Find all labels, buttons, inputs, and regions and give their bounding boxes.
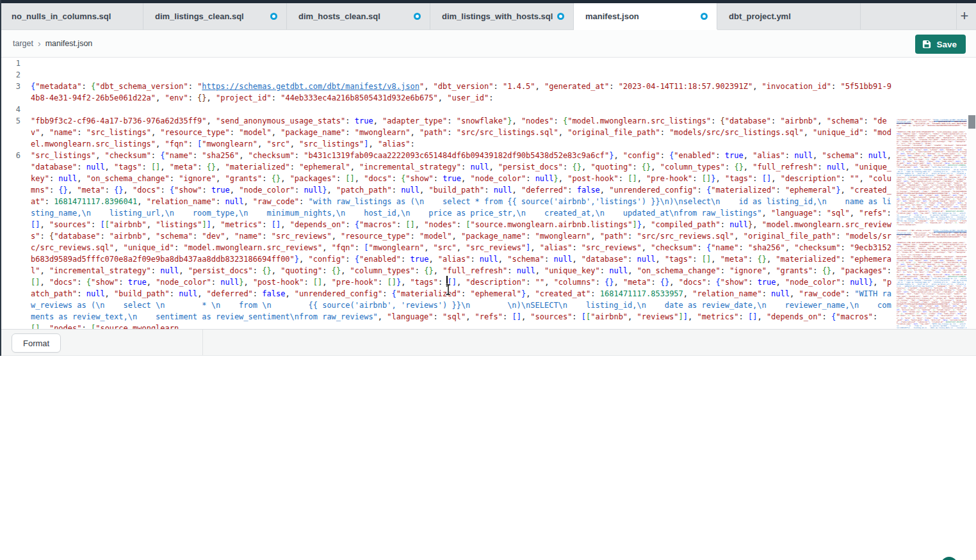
unsaved-changes-icon [414,13,421,20]
save-button[interactable]: Save [915,35,966,54]
chevron-right-icon: › [38,38,41,49]
code-line[interactable]: 5"fbb9f3c2-cf96-4a17-b736-976a62d35ff9",… [1,115,895,150]
new-tab-button[interactable]: + [957,8,972,24]
footer-divider [202,330,203,355]
tab-manifest-json[interactable]: manifest.json [574,3,717,29]
line-text[interactable] [31,104,895,115]
line-number: 2 [1,69,31,81]
unsaved-changes-icon [701,13,708,20]
breadcrumb: target › manifest.json [13,30,92,57]
tab-label: no_nulls_in_columns.sql [12,12,111,21]
save-icon [922,40,931,49]
minimap-content: {"metadata": {"dbt_schema_version": "htt… [897,115,967,329]
scrollbar-thumb[interactable] [968,115,975,129]
line-number: 3 [1,81,31,92]
line-number: 4 [1,104,31,115]
code-line[interactable]: 6"src_listings", "checksum": {"name": "s… [1,150,895,329]
line-text[interactable] [31,69,895,81]
tab-label: dim_hosts_clean.sql [298,12,380,21]
tab-dim-hosts-clean[interactable]: dim_hosts_clean.sql [287,3,430,29]
file-header-bar: target › manifest.json Save [0,30,976,58]
editor-scrollbar[interactable] [968,115,976,329]
breadcrumb-folder[interactable]: target [13,39,33,48]
tab-label: manifest.json [585,12,639,21]
tab-label: dim_listings_clean.sql [155,12,244,21]
tab-dbt-project-yml[interactable]: dbt_project.yml [717,3,861,29]
line-text[interactable]: "fbb9f3c2-cf96-4a17-b736-976a62d35ff9", … [31,115,895,150]
minimap[interactable]: {"metadata": {"dbt_schema_version": "htt… [897,115,967,329]
plus-icon: + [961,8,969,24]
line-number: 1 [1,58,31,69]
unsaved-changes-icon [270,13,277,20]
line-text[interactable] [31,58,895,69]
ibeam-mouse-cursor [444,284,452,296]
tab-dim-listings-clean[interactable]: dim_listings_clean.sql [143,3,287,29]
format-button[interactable]: Format [12,333,61,353]
code-line[interactable]: 1 [1,58,895,69]
tab-label: dim_listings_with_hosts.sql [442,12,553,21]
code-line[interactable]: 3{"metadata": {"dbt_schema_version": "ht… [1,81,895,104]
results-panel [0,356,976,560]
editor-tab-bar: no_nulls_in_columns.sql dim_listings_cle… [0,3,976,30]
tab-label: dbt_project.yml [729,12,791,21]
left-edge-divider [0,0,1,356]
code-editor[interactable]: 123{"metadata": {"dbt_schema_version": "… [1,58,976,329]
line-number: 5 [1,115,31,127]
unsaved-changes-icon [557,13,564,20]
tab-dim-listings-with-hosts[interactable]: dim_listings_with_hosts.sql [430,3,574,29]
line-number: 6 [1,150,31,161]
breadcrumb-file: manifest.json [45,39,93,48]
tab-no-nulls-in-columns[interactable]: no_nulls_in_columns.sql [0,3,143,29]
code-line[interactable]: 4 [1,104,895,115]
editor-footer-bar: Format [0,329,976,356]
line-text[interactable]: {"metadata": {"dbt_schema_version": "htt… [31,81,895,104]
save-label: Save [936,40,957,49]
line-text[interactable]: "src_listings", "checksum": {"name": "sh… [31,150,895,329]
code-line[interactable]: 2 [1,69,895,81]
